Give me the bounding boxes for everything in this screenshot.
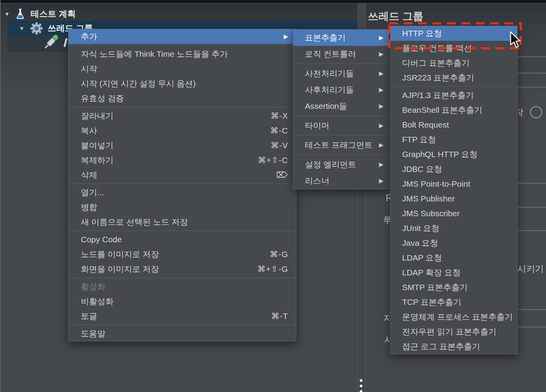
menu-item-validate[interactable]: 유효성 검증 [68, 91, 296, 106]
menu-item-enable: 활성화 [68, 279, 296, 294]
menu-item-start-no-timers[interactable]: 시작 (지연 시간 설정 무시 옵션) [68, 76, 296, 91]
sampler-item-debug-sampler[interactable]: 디버그 표본추출기 [390, 56, 517, 70]
panel-title: 쓰레드 그룹 [368, 9, 424, 23]
menu-item-label: 병합 [81, 202, 288, 213]
menu-item-label: 유효성 검증 [81, 93, 288, 104]
menu-item-copy-code[interactable]: Copy Code [68, 232, 296, 247]
submenu-item-test-fragment[interactable]: 테스트 프래그먼트▶ [293, 137, 389, 153]
submenu-item-logic-controller[interactable]: 로직 컨트롤러▶ [293, 46, 389, 62]
sampler-item-jms-publisher[interactable]: JMS Publisher [390, 191, 517, 206]
sampler-submenu: HTTP 요청 플로우 컨트롤 액션 디버그 표본추출기 JSR223 표본추출… [390, 26, 518, 354]
menu-item-paste[interactable]: 붙여넣기⌘-V [68, 138, 296, 153]
submenu-item-listener[interactable]: 리스너▶ [293, 173, 389, 189]
sampler-item-jsr223-sampler[interactable]: JSR223 표본추출기 [390, 70, 517, 85]
submenu-arrow-icon: ▶ [379, 70, 383, 77]
tree-row-http-request[interactable] [8, 36, 70, 52]
dropper-icon [42, 33, 60, 51]
submenu-arrow-icon: ▶ [379, 122, 383, 129]
menu-item-label: JDBC 요청 [402, 164, 512, 175]
menu-item-save-screen-as-image[interactable]: 화면을 이미지로 저장⌘+⇧-G [68, 262, 296, 276]
menu-separator [68, 44, 296, 47]
menu-item-label: JUnit 요청 [402, 223, 512, 234]
menu-item-toggle[interactable]: 토글⌘-T [68, 309, 296, 324]
menu-item-cut[interactable]: 잘라내기⌘-X [68, 108, 296, 123]
submenu-arrow-icon: ▶ [379, 142, 383, 149]
submenu-item-pre-processors[interactable]: 사전처리기들▶ [293, 65, 389, 82]
menu-item-remove[interactable]: 삭제⌦ [68, 168, 296, 182]
sampler-item-ldap-request[interactable]: LDAP 요청 [390, 250, 517, 265]
menu-item-help[interactable]: 도움말 [68, 326, 296, 341]
submenu-item-assertions[interactable]: Assertion들▶ [293, 98, 389, 114]
menu-item-disable[interactable]: 비활성화 [68, 294, 296, 309]
menu-item-label: 새 이름으로 선택된 노드 저장 [81, 217, 288, 228]
sampler-item-bolt-request[interactable]: Bolt Request [390, 117, 517, 132]
splitter-grip-icon[interactable] [360, 379, 362, 392]
menu-item-label: SMTP 표본추출기 [402, 282, 512, 293]
sampler-item-tcp-sampler[interactable]: TCP 표본추출기 [390, 295, 517, 310]
menu-item-shortcut: ⌘-X [271, 111, 288, 121]
menu-item-shortcut: ⌘+⇧-C [258, 156, 288, 165]
sampler-item-flow-control-action[interactable]: 플로우 컨트롤 액션 [390, 41, 517, 56]
menu-item-shortcut: ⌘-G [270, 250, 288, 259]
menu-item-label: 사전처리기들 [305, 68, 373, 79]
menu-item-start[interactable]: 시작 [68, 61, 296, 76]
menu-item-label: 자식 노드들에 Think Time 노드들을 추가 [81, 49, 288, 60]
menu-item-label: 추가 [81, 31, 278, 42]
sampler-item-access-log-sampler[interactable]: 접근 로그 표본추출기 [390, 339, 517, 354]
menu-item-label: 활성화 [81, 281, 288, 292]
menu-separator [68, 106, 296, 108]
sampler-item-ajp13-sampler[interactable]: AJP/1.3 표본추출기 [390, 88, 517, 103]
radio-button[interactable] [530, 106, 542, 118]
submenu-item-timer[interactable]: 타이머▶ [293, 117, 389, 134]
tree-expand-icon[interactable]: ▼ [19, 25, 24, 32]
window-top-strip [0, 0, 546, 4]
sampler-item-mail-reader-sampler[interactable]: 전자우편 읽기 표본추출기 [390, 324, 517, 339]
submenu-item-sampler[interactable]: 표본추출기▶ [293, 30, 389, 46]
menu-item-copy[interactable]: 복사⌘-C [68, 123, 296, 138]
menu-item-duplicate[interactable]: 복제하기⌘+⇧-C [68, 153, 296, 168]
menu-separator [390, 85, 517, 88]
submenu-arrow-icon: ▶ [379, 51, 383, 58]
menu-item-open[interactable]: 열기... [68, 185, 296, 200]
sampler-item-java-request[interactable]: Java 요청 [390, 236, 517, 250]
menu-item-label: 사후처리기들 [305, 84, 373, 95]
menu-item-label: 디버그 표본추출기 [402, 58, 512, 68]
submenu-item-config-element[interactable]: 설정 엘리먼트▶ [293, 156, 389, 173]
menu-item-think-time[interactable]: 자식 노드들에 Think Time 노드들을 추가 [68, 47, 296, 61]
label-sikigi: 시키기 [517, 263, 544, 275]
field-underline [518, 56, 546, 57]
submenu-arrow-icon: ▶ [379, 86, 383, 93]
menu-item-label: 접근 로그 표본추출기 [402, 341, 512, 352]
partial-label-si: 시 [384, 334, 390, 345]
sampler-item-ldap-extended-request[interactable]: LDAP 확장 요청 [390, 265, 517, 280]
submenu-item-post-processors[interactable]: 사후처리기들▶ [293, 82, 389, 98]
field-underline [518, 183, 546, 184]
sampler-item-http-request[interactable]: HTTP 요청 [390, 26, 517, 41]
sampler-item-smtp-sampler[interactable]: SMTP 표본추출기 [390, 280, 517, 295]
menu-item-shortcut: ⌦ [276, 170, 288, 180]
submenu-arrow-icon: ▶ [284, 33, 288, 40]
menu-item-label: 붙여넣기 [81, 140, 259, 151]
tree-row-test-plan[interactable]: ▼ 테스트 계획 [1, 7, 358, 21]
sampler-item-ftp-request[interactable]: FTP 요청 [390, 132, 517, 147]
menu-item-label: 복사 [81, 125, 259, 136]
sampler-item-beanshell-sampler[interactable]: BeanShell 표본추출기 [390, 103, 517, 117]
submenu-arrow-icon: ▶ [379, 177, 383, 184]
sampler-item-os-process-sampler[interactable]: 운영체계 프로세스 표본추출기 [390, 310, 517, 324]
flask-icon [15, 8, 25, 20]
sampler-item-jdbc-request[interactable]: JDBC 요청 [390, 162, 517, 177]
menu-item-merge[interactable]: 병합 [68, 200, 296, 215]
menu-item-label: 표본추출기 [305, 32, 373, 43]
sampler-item-graphql-http-request[interactable]: GraphQL HTTP 요청 [390, 147, 517, 162]
menu-item-label: TCP 표본추출기 [402, 297, 512, 308]
sampler-item-junit-request[interactable]: JUnit 요청 [390, 221, 517, 236]
menu-item-save-node-as-image[interactable]: 노드를 이미지로 저장⌘-G [68, 247, 296, 262]
menu-item-label: 테스트 프래그먼트 [305, 140, 373, 150]
sampler-item-jms-subscriber[interactable]: JMS Subscriber [390, 206, 517, 221]
menu-separator [68, 229, 296, 232]
sampler-item-jms-point-to-point[interactable]: JMS Point-to-Point [390, 177, 517, 191]
menu-item-add[interactable]: 추가 ▶ [68, 29, 296, 44]
menu-item-label: 노드를 이미지로 저장 [81, 249, 258, 260]
menu-item-save-selection-as[interactable]: 새 이름으로 선택된 노드 저장 [68, 215, 296, 229]
tree-expand-icon[interactable]: ▼ [4, 11, 10, 17]
